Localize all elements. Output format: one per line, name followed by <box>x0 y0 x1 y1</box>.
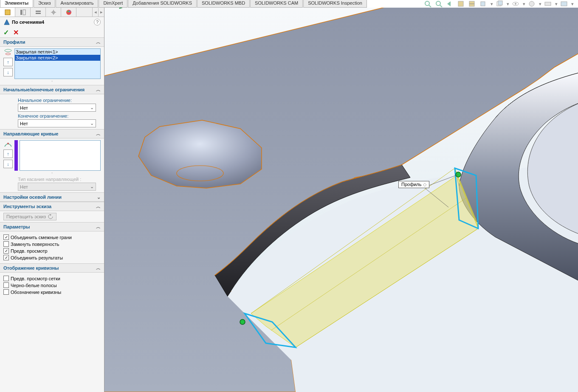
profiles-listbox[interactable]: Закрытая петля<1> Закрытая петля<2> <box>14 48 101 79</box>
section-view-icon[interactable] <box>457 0 466 7</box>
panel-tab-props[interactable] <box>15 8 31 17</box>
chevron-down-icon: ⌄ <box>97 195 101 200</box>
svg-rect-18 <box>23 10 25 15</box>
list-resizer-handle[interactable]: ◦ <box>3 79 101 83</box>
drag-sketch-button: Перетащить эскиз <box>3 213 56 220</box>
section-constraints-header[interactable]: Начальные/конечные ограничения︿ <box>0 85 104 94</box>
feature-title: По сечениям4 <box>12 20 44 25</box>
guide-move-down-button[interactable]: ↓ <box>3 160 13 168</box>
cancel-button[interactable]: ✕ <box>13 28 19 37</box>
svg-line-1 <box>429 5 431 7</box>
ok-cancel-row: ✓ ✕ <box>0 27 104 37</box>
chevron-up-icon: ︿ <box>96 87 101 93</box>
guide-selector-icon[interactable] <box>3 140 13 148</box>
tab-cam[interactable]: SOLIDWORKS CAM <box>250 0 303 8</box>
profile-item-1[interactable]: Закрытая петля<1> <box>15 49 100 55</box>
view-toolbar: ▾ ▾ ▾ ▾ ▾ ▾ <box>424 0 574 8</box>
move-up-button[interactable]: ↑ <box>3 58 13 66</box>
section-guides-header[interactable]: Направляющие кривые︿ <box>0 129 104 138</box>
profile-item-2[interactable]: Закрытая петля<2> <box>15 55 100 61</box>
guide-color-stripe <box>14 140 18 171</box>
tab-elements[interactable]: Элементы <box>0 0 33 8</box>
tab-analyze[interactable]: Анализировать <box>56 0 98 8</box>
tab-addins[interactable]: Добавления SOLIDWORKS <box>128 0 197 8</box>
svg-rect-9 <box>498 1 502 5</box>
panel-tab-dims[interactable] <box>46 8 61 17</box>
ok-button[interactable]: ✓ <box>3 28 9 37</box>
feature-title-row: По сечениям4 ? <box>0 17 104 27</box>
move-down-button[interactable]: ↓ <box>3 68 13 76</box>
svg-rect-13 <box>545 2 551 6</box>
end-constraint-dropdown[interactable]: Нет⌄ <box>18 119 96 127</box>
zoom-area-icon[interactable] <box>435 0 444 7</box>
guide-move-up-button[interactable]: ↑ <box>3 149 13 158</box>
section-curvature-header[interactable]: Отображение кривизны︿ <box>0 263 104 273</box>
view-orient-icon[interactable] <box>496 0 504 7</box>
start-constraint-label: Начальное ограничение: <box>18 98 101 103</box>
svg-rect-16 <box>5 10 10 15</box>
property-manager-panel: ◂ ▸ По сечениям4 ? ✓ ✕ Профили︿ ↑ ↓ Закр… <box>0 8 104 392</box>
panel-tab-appearance[interactable] <box>61 8 76 17</box>
chevron-up-icon: ︿ <box>96 131 101 137</box>
tab-sketch[interactable]: Эскиз <box>34 0 55 8</box>
chevron-up-icon: ︿ <box>96 203 101 210</box>
scene-icon[interactable] <box>544 0 553 7</box>
section-options-header[interactable]: Параметры︿ <box>0 222 104 231</box>
svg-point-24 <box>66 10 71 15</box>
panel-tab-config[interactable] <box>31 8 46 17</box>
guides-listbox[interactable] <box>20 140 101 171</box>
svg-point-26 <box>69 11 70 12</box>
panel-tab-feature[interactable] <box>0 8 15 17</box>
undo-icon <box>48 214 54 219</box>
svg-point-0 <box>425 1 429 6</box>
guide-tangency-label: Тип касания направляющей : <box>18 177 101 182</box>
merge-faces-checkbox[interactable]: ✓ <box>3 234 9 240</box>
graphics-viewport[interactable]: Профиль ◇ <box>104 8 578 392</box>
svg-point-25 <box>67 11 69 12</box>
preview-checkbox[interactable]: ✓ <box>3 248 9 254</box>
hide-show-icon[interactable] <box>512 0 520 7</box>
svg-rect-19 <box>36 11 41 12</box>
mesh-preview-checkbox[interactable] <box>3 276 9 281</box>
help-icon[interactable]: ? <box>94 19 101 25</box>
section-profiles-header[interactable]: Профили︿ <box>0 37 104 47</box>
svg-point-12 <box>529 1 534 6</box>
svg-rect-20 <box>36 13 41 14</box>
close-surface-checkbox[interactable] <box>3 241 9 247</box>
panel-tab-scroll-right[interactable]: ▸ <box>98 8 104 17</box>
section-view2-icon[interactable] <box>468 0 477 7</box>
zoom-fit-icon[interactable] <box>424 0 433 7</box>
svg-point-11 <box>515 3 516 5</box>
section-sketchtools-header[interactable]: Инструменты эскиза︿ <box>0 202 104 211</box>
chevron-up-icon: ︿ <box>96 39 101 45</box>
list-resizer-handle[interactable]: ◦ <box>3 171 101 175</box>
tab-inspection[interactable]: SOLIDWORKS Inspection <box>303 0 367 8</box>
merge-faces-label: Объединить смежные грани <box>11 235 72 240</box>
guide-tangency-dropdown: Нет⌄ <box>18 183 96 191</box>
merge-results-checkbox[interactable]: ✓ <box>3 255 9 260</box>
svg-point-28 <box>6 53 11 55</box>
display-style-icon[interactable] <box>479 0 488 7</box>
previous-view-icon[interactable] <box>446 0 455 7</box>
curvature-display-checkbox[interactable] <box>3 289 9 295</box>
start-constraint-dropdown[interactable]: Нет⌄ <box>18 104 96 112</box>
chevron-up-icon: ︿ <box>96 265 101 271</box>
section-centerline-header[interactable]: Настройки осевой линии⌄ <box>0 192 104 202</box>
preview-label: Предв. просмотр <box>11 248 48 254</box>
orientation-triad[interactable] <box>117 8 578 375</box>
svg-rect-4 <box>458 1 463 6</box>
close-surface-label: Замкнуть поверхность <box>11 242 59 247</box>
zebra-checkbox[interactable] <box>3 282 9 288</box>
svg-marker-41 <box>119 8 122 8</box>
svg-rect-17 <box>20 10 22 15</box>
merge-results-label: Объединить результаты <box>11 255 63 260</box>
svg-rect-14 <box>561 2 567 6</box>
appearances-icon[interactable] <box>528 0 536 7</box>
tab-dimxpert[interactable]: DimXpert <box>99 0 127 8</box>
end-constraint-label: Конечное ограничение: <box>18 113 101 118</box>
view-settings-icon[interactable] <box>560 0 569 7</box>
profile-selector-icon[interactable] <box>3 48 13 56</box>
panel-tab-scroll-left[interactable]: ◂ <box>92 8 98 17</box>
svg-point-27 <box>5 49 11 52</box>
tab-mbd[interactable]: SOLIDWORKS MBD <box>197 0 250 8</box>
